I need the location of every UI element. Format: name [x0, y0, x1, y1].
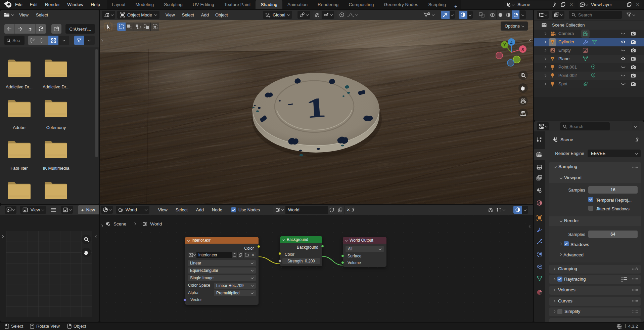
svg-text:Y: Y	[503, 43, 506, 47]
svg-text:Z: Z	[510, 40, 512, 45]
svg-text:1: 1	[305, 91, 327, 124]
svg-text:X: X	[521, 47, 524, 52]
